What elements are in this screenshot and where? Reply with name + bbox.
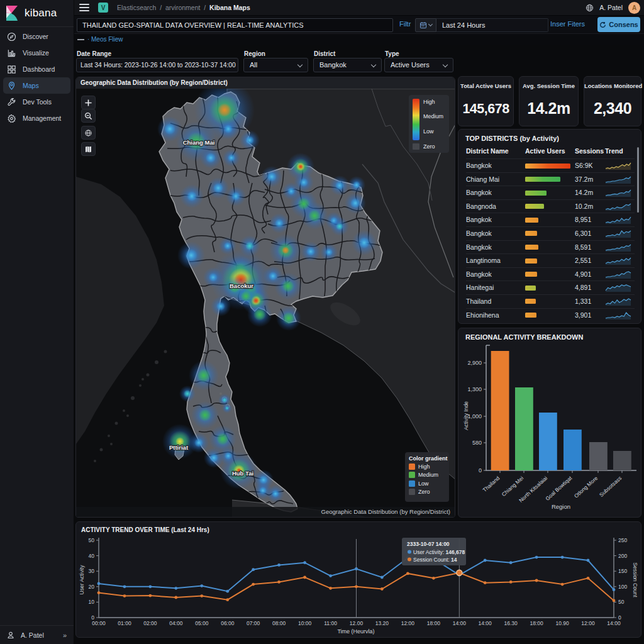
svg-text:250: 250 xyxy=(618,537,627,543)
svg-text:Region: Region xyxy=(552,503,570,510)
svg-text:User Activity: User Activity xyxy=(79,565,85,595)
svg-text:01:00: 01:00 xyxy=(118,620,131,626)
svg-text:Subsotsass: Subsotsass xyxy=(598,475,623,498)
svg-text:00:00: 00:00 xyxy=(92,620,106,626)
svg-text:12:00: 12:00 xyxy=(581,620,595,626)
svg-text:2333-10-07 14:00: 2333-10-07 14:00 xyxy=(407,541,450,547)
svg-text:Activity Inde: Activity Inde xyxy=(463,401,469,430)
svg-text:14:00: 14:00 xyxy=(607,620,621,626)
svg-text:Thailand: Thailand xyxy=(481,475,501,493)
svg-text:Session Count: 14: Session Count: 14 xyxy=(413,557,457,563)
svg-text:Bacokur: Bacokur xyxy=(230,282,253,289)
svg-text:200: 200 xyxy=(618,553,627,559)
svg-text:18:00: 18:00 xyxy=(530,620,543,626)
svg-text:1,000: 1,000 xyxy=(467,413,482,419)
svg-text:100: 100 xyxy=(618,584,627,590)
svg-text:13.20: 13.20 xyxy=(375,620,389,626)
svg-text:40: 40 xyxy=(89,553,95,559)
svg-text:14:00: 14:00 xyxy=(453,620,467,626)
svg-text:12.00: 12.00 xyxy=(350,620,364,626)
svg-text:12:00: 12:00 xyxy=(401,620,415,626)
svg-text:11:00: 11:00 xyxy=(324,620,337,626)
svg-text:18:00: 18:00 xyxy=(427,620,441,626)
svg-text:14:00: 14:00 xyxy=(479,620,492,626)
svg-text:06:00: 06:00 xyxy=(221,620,235,626)
svg-text:04:00: 04:00 xyxy=(169,620,183,626)
svg-text:Chiang Mai: Chiang Mai xyxy=(183,139,215,146)
svg-text:50: 50 xyxy=(89,537,95,543)
svg-text:Pttiriat: Pttiriat xyxy=(169,444,189,451)
svg-text:08:00: 08:00 xyxy=(272,620,286,626)
svg-text:Otlong More: Otlong More xyxy=(573,475,599,499)
svg-text:Hub Tai: Hub Tai xyxy=(232,470,253,477)
svg-text:10:00: 10:00 xyxy=(298,620,312,626)
svg-text:0: 0 xyxy=(479,467,482,474)
svg-text:1,300: 1,300 xyxy=(467,386,482,392)
svg-text:10: 10 xyxy=(89,599,95,605)
svg-text:16.30: 16.30 xyxy=(504,620,518,626)
svg-text:Chiang Mei: Chiang Mei xyxy=(501,475,525,497)
svg-text:02:00: 02:00 xyxy=(143,620,157,626)
svg-text:580: 580 xyxy=(472,440,482,446)
svg-text:Goal Bowtiqat: Goal Bowtiqat xyxy=(544,475,573,502)
svg-text:07:00: 07:00 xyxy=(247,620,260,626)
svg-text:2,900: 2,900 xyxy=(467,360,482,366)
svg-text:150: 150 xyxy=(618,568,627,574)
svg-text:User Activity: 146,678: User Activity: 146,678 xyxy=(413,549,465,555)
svg-text:20: 20 xyxy=(89,584,95,590)
svg-text:50: 50 xyxy=(618,599,625,605)
svg-text:Session Count: Session Count xyxy=(632,562,638,597)
svg-text:30: 30 xyxy=(89,568,95,574)
svg-text:Time (Heurvla): Time (Heurvla) xyxy=(337,628,374,635)
svg-text:10.90: 10.90 xyxy=(555,620,569,626)
svg-text:05:00: 05:00 xyxy=(195,620,209,626)
